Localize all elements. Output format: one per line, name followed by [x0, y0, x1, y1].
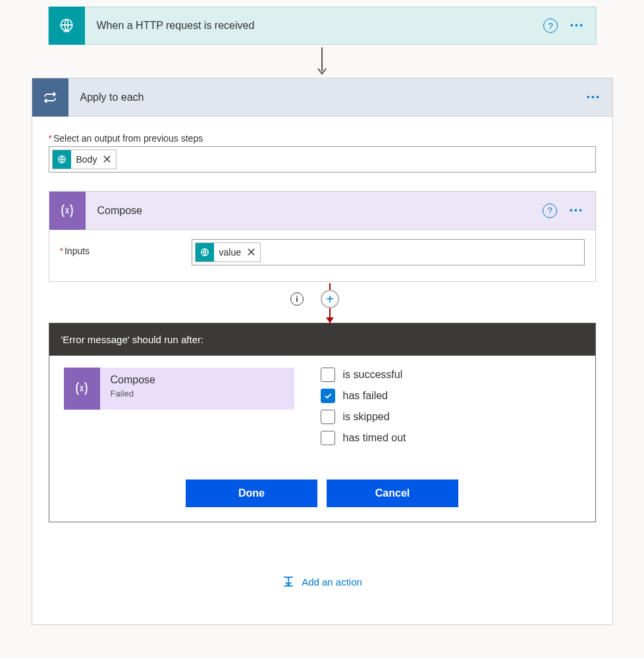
apply-to-each-title: Apply to each [68, 92, 587, 103]
connector: i + [49, 283, 596, 323]
required-star: * [60, 246, 63, 256]
failed-connector-arrowhead [326, 317, 334, 323]
cancel-button[interactable]: Cancel [327, 480, 458, 507]
option-label: has timed out [343, 432, 406, 444]
help-icon[interactable]: ? [543, 18, 558, 33]
body-token[interactable]: Body ✕ [52, 150, 117, 169]
connector-arrow [314, 46, 330, 76]
data-op-icon [64, 368, 100, 410]
checkbox-skipped[interactable] [321, 410, 335, 424]
done-button[interactable]: Done [186, 480, 317, 507]
checkbox-failed[interactable] [321, 389, 335, 403]
data-op-icon [49, 192, 86, 230]
compose-header[interactable]: Compose ? ··· [49, 192, 595, 230]
loop-icon [32, 78, 68, 117]
value-token[interactable]: value ✕ [195, 242, 261, 262]
inputs-token-box[interactable]: value ✕ [192, 239, 585, 265]
select-output-label: *Select an output from previous steps [49, 133, 596, 144]
http-globe-icon [196, 243, 214, 261]
more-menu-icon[interactable]: ··· [586, 94, 600, 101]
prev-step-title: Compose [111, 374, 155, 386]
trigger-title: When a HTTP request is received [85, 20, 544, 32]
required-star: * [49, 133, 52, 144]
add-action-label: Add an action [302, 576, 362, 588]
compose-title: Compose [86, 205, 543, 217]
run-after-card: 'Error message' should run after: Compos… [49, 323, 596, 522]
add-step-icon[interactable]: + [321, 290, 339, 308]
token-label: Body [71, 154, 101, 165]
run-after-header: 'Error message' should run after: [49, 323, 595, 356]
compose-card: Compose ? ··· *Inputs [49, 191, 596, 282]
checkbox-success[interactable] [321, 368, 335, 382]
remove-token-icon[interactable]: ✕ [101, 152, 116, 167]
more-menu-icon[interactable]: ··· [569, 207, 583, 214]
trigger-card[interactable]: When a HTTP request is received ? ··· [48, 7, 597, 45]
option-label: is successful [343, 369, 403, 381]
remove-token-icon[interactable]: ✕ [245, 245, 260, 260]
info-icon[interactable]: i [290, 292, 304, 306]
add-action-icon [282, 575, 295, 588]
add-an-action[interactable]: Add an action [49, 522, 596, 615]
select-output-input[interactable]: Body ✕ [49, 146, 596, 173]
option-label: is skipped [343, 411, 390, 423]
run-after-options: is successful has failed is skipped [321, 368, 581, 452]
prev-step-status: Failed [111, 389, 155, 398]
previous-step-tile[interactable]: Compose Failed [64, 368, 294, 410]
more-menu-icon[interactable]: ··· [570, 22, 583, 29]
inputs-label: *Inputs [60, 239, 178, 265]
apply-to-each-card: Apply to each ··· *Select an output from… [32, 78, 613, 625]
apply-to-each-header[interactable]: Apply to each ··· [32, 78, 612, 117]
option-label: has failed [343, 390, 389, 402]
help-icon[interactable]: ? [543, 204, 557, 218]
http-globe-icon [49, 7, 85, 45]
http-globe-icon [53, 150, 71, 169]
token-label: value [214, 247, 245, 258]
checkbox-timedout[interactable] [321, 431, 335, 445]
